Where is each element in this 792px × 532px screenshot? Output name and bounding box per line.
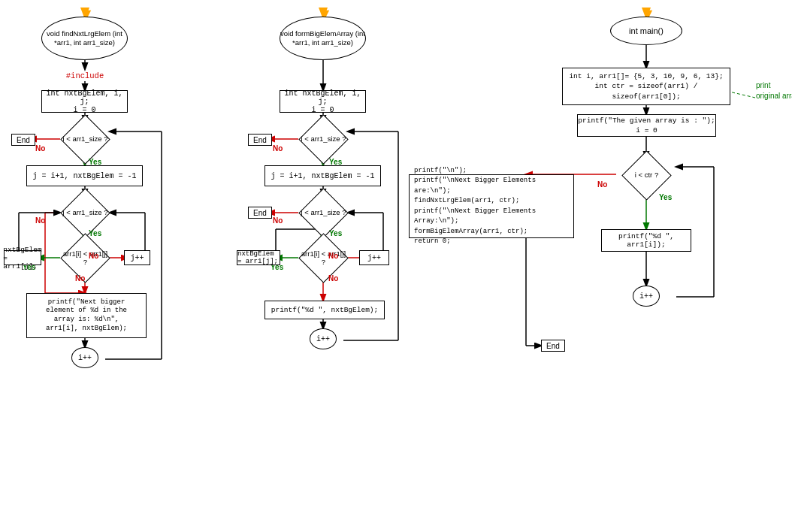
func2-end2: End	[248, 207, 272, 219]
func2-print: printf("%d ", nxtBgElem);	[265, 301, 385, 319]
func1-jpp: j++	[124, 250, 150, 265]
func1-cond2-wrapper: j < arr1_size ?	[60, 195, 110, 230]
func1-cond1-wrapper: i < arr1_size ?	[60, 122, 110, 156]
yn-no-5: No	[273, 216, 283, 225]
yn-no-2: No	[35, 216, 45, 225]
main-oval: int main()	[610, 17, 682, 45]
yn-no-3b: No	[75, 274, 85, 283]
func2-end1: End	[248, 134, 272, 146]
yn-no-1: No	[35, 144, 45, 153]
yn-no-6a: No	[328, 252, 338, 260]
flowchart-container: ▼ void findNxtLrgElem (int *arr1, int ar…	[0, 0, 792, 532]
func1-init2: j = i+1, nxtBgElem = -1	[26, 165, 143, 186]
main-print-elem: printf("%d ", arr1[i]);	[601, 229, 691, 252]
annotation-print-original: printoriginal array	[756, 80, 792, 101]
func1-include: #include	[38, 69, 132, 83]
main-end: End	[541, 340, 565, 352]
func2-cond1-wrapper: i < arr1_size ?	[298, 122, 349, 156]
yn-no-3a: No	[89, 252, 98, 260]
func2-jpp: j++	[359, 250, 389, 265]
main-cond1-wrapper: i < ctr ?	[621, 158, 672, 192]
func1-init: int nxtBgElem, i, j;i = 0	[41, 90, 128, 113]
func1-cond3-wrapper: arr1[i] < arr1[j] ?	[60, 240, 110, 275]
yn-no-6b: No	[328, 274, 338, 283]
main-print-arr: printf("The given array is : ");i = 0	[577, 114, 716, 137]
func2-assign1: nxtBgElem = arr1[j];	[237, 250, 280, 265]
func2-oval: void formBigElemArray (int *arr1, int ar…	[280, 17, 366, 60]
func2-cond2-wrapper: j < arr1_size ?	[298, 195, 349, 230]
yn-yes-7: Yes	[659, 193, 672, 201]
main-init: int i, arr1[]= {5, 3, 10, 9, 6, 13};int …	[562, 68, 730, 105]
func1-end: End	[11, 134, 35, 146]
func1-print: printf("Next biggerelement of %d in thea…	[26, 293, 147, 338]
main-ipp: i++	[633, 286, 660, 307]
func2-init: int nxtBgElem, i, j;i = 0	[280, 90, 366, 113]
yn-no-7: No	[597, 180, 607, 189]
func1-oval: void findNxtLrgElem (int *arr1, int arr1…	[41, 17, 128, 60]
main-block: printf("\n");printf("\nNext Bigger Eleme…	[409, 174, 574, 238]
yn-yes-2: Yes	[89, 229, 101, 237]
yn-yes-5: Yes	[329, 229, 342, 237]
func1-ipp: i++	[71, 347, 98, 368]
func2-cond3-wrapper: arr1[i] < arr1[j] ?	[298, 240, 349, 275]
func1-assign1: nxtBgElem = arr1[j];	[4, 250, 41, 265]
func2-ipp: i++	[310, 328, 337, 349]
yn-no-4: No	[273, 144, 283, 153]
func2-init2: j = i+1, nxtBgElem = -1	[265, 165, 381, 186]
